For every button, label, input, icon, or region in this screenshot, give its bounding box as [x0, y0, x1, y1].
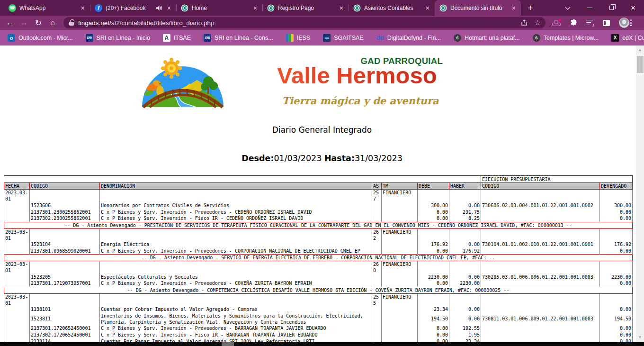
cell-devengado: 2230.00: [600, 273, 633, 280]
cell-ep-codigo: [481, 306, 600, 313]
bookmark-hotmart[interactable]: sHotmart: una plataf...: [454, 34, 520, 42]
bookmark-star-icon[interactable]: ☆: [535, 18, 541, 27]
digitaldefynd-icon: dd: [376, 34, 384, 42]
cell-devengado: [600, 293, 633, 306]
tab-close-icon[interactable]: ×: [338, 4, 345, 12]
bookmark-itsae[interactable]: AITSAE: [163, 34, 191, 42]
extensions-area: ♪: [552, 18, 629, 28]
journal-table: EJECUCION PRESUPUESTARIA FECHA CODIGO DE…: [4, 175, 633, 346]
forward-button[interactable]: →: [17, 18, 31, 27]
reload-button[interactable]: ↻: [31, 18, 45, 27]
entry-footer-cell: -- DG - Asiento Devengado - COMPETENCIA …: [4, 287, 633, 293]
cell-denominacion: C x P Bienes y Serv. Inversión - Proveed…: [100, 325, 372, 332]
address-bar[interactable]: fingads.net/sf2/contabilidad/files/libro…: [63, 17, 546, 28]
cell-devengado: 194.50: [600, 313, 633, 325]
cell-fecha: [4, 313, 30, 325]
tab-asientos-contables[interactable]: Asientos Contables ×: [349, 0, 435, 16]
cell-tm: [382, 215, 418, 222]
header-tm: TM: [382, 183, 418, 190]
tab-title: (20+) Facebook: [106, 5, 153, 11]
browser-menu-icon[interactable]: [630, 19, 632, 26]
gad-logo: [137, 50, 228, 110]
tab-facebook[interactable]: f (20+) Facebook ×: [90, 0, 176, 16]
cell-haber: 0.00: [449, 273, 481, 280]
tab-whatsapp[interactable]: ☎ WhatsApp ×: [4, 0, 90, 16]
lock-icon[interactable]: [69, 22, 74, 26]
bookmark-outlook[interactable]: oOutlook.com - Micr...: [8, 34, 73, 42]
bookmark-iess[interactable]: IESS: [286, 34, 311, 42]
profile-avatar[interactable]: [619, 18, 629, 28]
back-button[interactable]: ←: [3, 18, 17, 27]
cell-tm: FINANCIERO: [382, 190, 418, 202]
tab-close-icon[interactable]: ×: [252, 4, 259, 12]
bookmark-sri-consultas[interactable]: SRiSRI en Línea - Cons...: [204, 34, 273, 42]
cell-ep-codigo: [481, 215, 600, 222]
bookmark-templates[interactable]: sTemplates | Microw...: [533, 34, 599, 42]
cell-fecha: [4, 215, 30, 222]
tab-close-icon[interactable]: ×: [424, 4, 431, 12]
scroll-up-icon[interactable]: ▲: [636, 46, 644, 54]
header-devengado: DEVENGADO: [600, 183, 633, 190]
tab-audio-icon[interactable]: [156, 5, 162, 11]
entry-footer-cell: -- DG - Asiento Devengado - SERVICO DE E…: [4, 255, 633, 261]
cell-codigo: 2137301.2300255862001: [30, 209, 100, 215]
whatsapp-icon: ☎: [9, 4, 16, 12]
new-tab-button[interactable]: +: [524, 1, 537, 15]
weather-extension-icon[interactable]: [552, 20, 561, 26]
entry-footer-cell: -- DG - Asiento Devengado - PRESTACIÓN D…: [4, 222, 633, 228]
globe-icon: s: [454, 34, 461, 42]
sidebar-icon[interactable]: [603, 20, 610, 26]
scrollbar-thumb[interactable]: [637, 56, 644, 73]
tab-close-icon[interactable]: ×: [510, 4, 517, 12]
cell-as: [372, 273, 382, 280]
cell-denominacion: [100, 190, 372, 202]
cell-tm: [382, 209, 418, 215]
cell-ep-codigo: [481, 190, 600, 202]
cell-ep-codigo: [481, 293, 600, 306]
cell-debe: [418, 261, 449, 274]
bookmark-edx[interactable]: XedX | Cursos en líne...: [611, 34, 644, 42]
cell-as: [372, 248, 382, 255]
brand-tagline: Tierra mágica y de aventura: [277, 95, 444, 107]
tab-close-icon[interactable]: ×: [80, 4, 86, 12]
close-window-button[interactable]: ×: [622, 0, 644, 16]
cell-as: [372, 215, 382, 222]
cell-devengado: 0.00: [600, 215, 633, 222]
fingads-icon: [439, 4, 447, 12]
cell-denominacion: [100, 293, 372, 306]
bookmark-sri-inicio[interactable]: SRiSRI en Línea - Inicio: [86, 34, 150, 42]
share-icon[interactable]: [521, 19, 528, 26]
url-text[interactable]: fingads.net/sf2/contabilidad/files/libro…: [78, 19, 514, 27]
cell-haber: 0.00: [449, 241, 481, 248]
fingads-icon: [267, 4, 275, 12]
cell-haber: 176.92: [449, 248, 481, 255]
cell-as: 262: [372, 228, 382, 241]
bookmark-sgaitsae[interactable]: sgaSGAITSAE: [323, 34, 364, 42]
tab-documento-sin-titulo[interactable]: Documento sin título ×: [435, 0, 521, 16]
report-date-range: Desde:01/03/2023 Hasta:31/03/2023: [0, 154, 644, 163]
table-header-row: FECHA CODIGO DENOMINACION AS TM DEBE HAB…: [4, 183, 633, 190]
cell-codigo: 2137301.1719073957001: [30, 280, 100, 287]
minimize-button[interactable]: [579, 0, 600, 16]
restore-button[interactable]: [600, 0, 622, 16]
globe-icon: s: [533, 34, 540, 42]
bookmark-digitaldefynd[interactable]: ddDigitalDefynd - Fin...: [376, 34, 441, 42]
tab-search-chevron-icon[interactable]: [557, 0, 579, 16]
sgaitsae-icon: sga: [323, 34, 331, 42]
cell-ep-codigo: 730104.01.01.002.010.01.22.001.001.0001: [481, 241, 600, 248]
home-button[interactable]: ⌂: [45, 18, 60, 27]
cell-as: [372, 332, 382, 338]
playlist-extension-icon[interactable]: ♪: [586, 20, 594, 26]
scroll-down-icon[interactable]: ▼: [636, 334, 644, 341]
sri-icon: SRi: [86, 34, 93, 42]
page-content: GAD PARROQUIAL Valle Hermoso Tierra mági…: [0, 46, 644, 346]
cell-fecha: [4, 280, 30, 287]
tab-home[interactable]: Home ×: [176, 0, 262, 16]
cell-ep-codigo: [481, 248, 600, 255]
vertical-scrollbar[interactable]: ▲ ▼: [636, 46, 644, 342]
cell-codigo: 1523811: [30, 313, 100, 325]
extensions-puzzle-icon[interactable]: [570, 19, 577, 27]
tab-close-icon[interactable]: ×: [166, 4, 172, 12]
header-denominacion: DENOMINACION: [100, 183, 372, 190]
tab-registro-pago[interactable]: Registro Pago ×: [262, 0, 349, 16]
